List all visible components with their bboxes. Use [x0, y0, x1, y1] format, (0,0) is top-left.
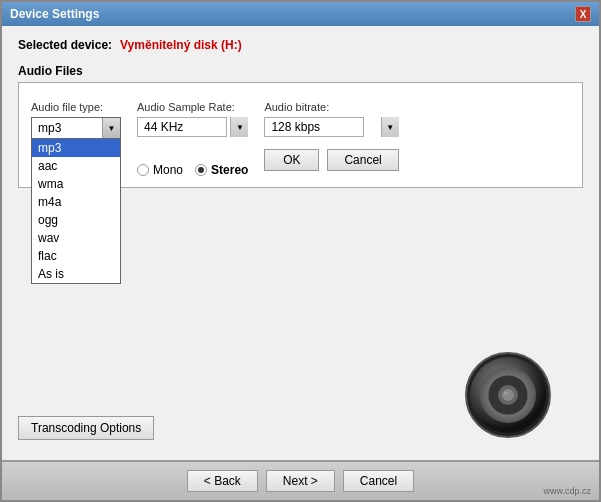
audio-files-box: Audio file type: mp3 ▼ mp3 aac wma m4a — [18, 82, 583, 188]
watermark: www.cdp.cz — [543, 486, 591, 496]
stereo-label: Stereo — [211, 163, 248, 177]
list-item-m4a[interactable]: m4a — [32, 193, 120, 211]
bitrate-arrow: ▼ — [381, 117, 399, 137]
bottom-cancel-button[interactable]: Cancel — [343, 470, 414, 492]
file-type-group: Audio file type: mp3 ▼ mp3 aac wma m4a — [31, 101, 121, 139]
selected-device-label: Selected device: — [18, 38, 112, 52]
bitrate-select[interactable]: 64 kbps 128 kbps 192 kbps 256 kbps 320 k… — [264, 117, 364, 137]
mono-option[interactable]: Mono — [137, 163, 183, 177]
list-item-mp3[interactable]: mp3 — [32, 139, 120, 157]
list-item-asis[interactable]: As is — [32, 265, 120, 283]
sample-rate-label: Audio Sample Rate: — [137, 101, 248, 113]
ok-button[interactable]: OK — [264, 149, 319, 171]
bitrate-label: Audio bitrate: — [264, 101, 398, 113]
speaker-icon — [463, 350, 553, 440]
mono-stereo-group: Mono Stereo — [137, 163, 248, 177]
close-button[interactable]: X — [575, 6, 591, 22]
file-type-label: Audio file type: — [31, 101, 121, 113]
audio-files-title: Audio Files — [18, 64, 583, 78]
cancel-button[interactable]: Cancel — [327, 149, 398, 171]
next-button[interactable]: Next > — [266, 470, 335, 492]
list-item-flac[interactable]: flac — [32, 247, 120, 265]
file-type-arrow[interactable]: ▼ — [102, 118, 120, 138]
list-item-ogg[interactable]: ogg — [32, 211, 120, 229]
svg-point-5 — [502, 389, 514, 401]
ok-cancel-row: OK Cancel — [264, 149, 398, 171]
audio-controls-row: Audio file type: mp3 ▼ mp3 aac wma m4a — [31, 101, 570, 177]
mono-radio[interactable] — [137, 164, 149, 176]
window-title: Device Settings — [10, 7, 99, 21]
stereo-radio[interactable] — [195, 164, 207, 176]
sample-rate-select[interactable]: 22 KHz 44 KHz 48 KHz — [137, 117, 227, 137]
audio-files-section: Audio Files Audio file type: mp3 ▼ mp3 — [18, 64, 583, 188]
file-type-dropdown[interactable]: mp3 ▼ mp3 aac wma m4a ogg wav flac — [31, 117, 121, 139]
list-item-aac[interactable]: aac — [32, 157, 120, 175]
file-type-display[interactable]: mp3 ▼ — [31, 117, 121, 139]
file-type-selected: mp3 — [32, 119, 102, 137]
transcoding-options-button[interactable]: Transcoding Options — [18, 416, 154, 440]
back-button[interactable]: < Back — [187, 470, 258, 492]
sample-rate-arrow: ▼ — [230, 117, 248, 137]
selected-device-value: Vyměnitelný disk (H:) — [120, 38, 242, 52]
list-item-wav[interactable]: wav — [32, 229, 120, 247]
device-settings-window: Device Settings X Selected device: Vyměn… — [0, 0, 601, 502]
sample-rate-group: Audio Sample Rate: 22 KHz 44 KHz 48 KHz … — [137, 101, 248, 177]
bottom-bar: < Back Next > Cancel www.cdp.cz — [2, 460, 599, 500]
selected-device-row: Selected device: Vyměnitelný disk (H:) — [18, 38, 583, 52]
content-area: Selected device: Vyměnitelný disk (H:) A… — [2, 26, 599, 460]
bitrate-group: Audio bitrate: 64 kbps 128 kbps 192 kbps… — [264, 101, 398, 171]
svg-point-6 — [504, 391, 508, 395]
sample-rate-dropdown[interactable]: 22 KHz 44 KHz 48 KHz ▼ — [137, 117, 248, 137]
bitrate-dropdown[interactable]: 64 kbps 128 kbps 192 kbps 256 kbps 320 k… — [264, 117, 398, 137]
file-type-list: mp3 aac wma m4a ogg wav flac As is — [31, 139, 121, 284]
mono-label: Mono — [153, 163, 183, 177]
title-bar: Device Settings X — [2, 2, 599, 26]
list-item-wma[interactable]: wma — [32, 175, 120, 193]
stereo-option[interactable]: Stereo — [195, 163, 248, 177]
